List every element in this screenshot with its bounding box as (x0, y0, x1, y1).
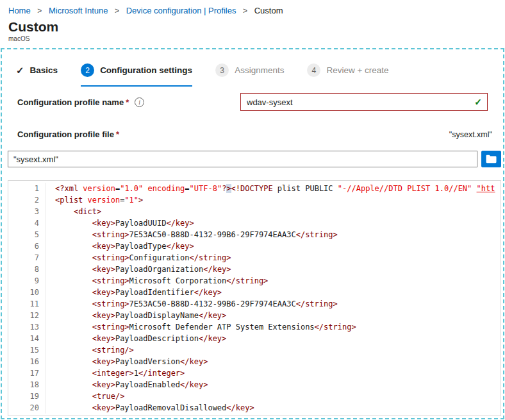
code-line: 20 <key>PayloadRemovalDisallowed</key> (8, 402, 501, 414)
code-line: 4 <key>PayloadUUID</key> (8, 217, 501, 229)
code-line: 13 <string>Microsoft Defender ATP System… (8, 321, 501, 333)
line-number: 12 (8, 310, 46, 321)
line-number: 20 (8, 402, 46, 414)
breadcrumb-item-microsoft-intune[interactable]: Microsoft Intune (49, 6, 108, 15)
profile-name-input[interactable] (240, 93, 488, 111)
file-path-input[interactable] (8, 151, 477, 167)
code-line: 1<?xml version="1.0" encoding="UTF-8"?><… (8, 183, 501, 194)
breadcrumb-item-device-configuration-profiles[interactable]: Device configuration | Profiles (126, 6, 236, 15)
line-number: 10 (8, 287, 46, 298)
code-line-text: <key>PayloadIdentifier</key> (46, 287, 222, 298)
code-line-text: <string>Configuration</string> (46, 252, 231, 264)
code-line-text: <key>PayloadUUID</key> (46, 217, 194, 229)
tab-review-create[interactable]: 4 Review + create (307, 63, 388, 87)
breadcrumb-separator-icon: > (115, 6, 119, 15)
profile-name-row: Configuration profile name * i ✓ (17, 93, 488, 111)
info-icon[interactable]: i (135, 97, 144, 107)
code-line-text: <integer>1</integer> (46, 367, 185, 379)
file-name-annotation: "sysext.xml" (449, 130, 492, 139)
line-number: 14 (8, 333, 46, 344)
code-line: 5 <string>7E53AC50-B88D-4132-99B6-29F797… (8, 229, 501, 240)
wizard-steps: ✓ Basics 2 Configuration settings 3 Assi… (2, 49, 503, 87)
line-number: 1 (8, 183, 46, 194)
profile-file-label-row: Configuration profile file * "sysext.xml… (17, 130, 492, 139)
profile-file-row (8, 151, 501, 167)
line-number: 15 (8, 344, 46, 356)
code-line-text: <true/> (46, 391, 124, 402)
profile-file-label-group: Configuration profile file * (17, 130, 119, 139)
code-line: 11 <string>7E53AC50-B88D-4132-99B6-29F79… (8, 298, 501, 310)
browse-file-button[interactable] (481, 151, 501, 167)
step-3-badge: 3 (215, 63, 229, 77)
line-number: 2 (8, 194, 46, 206)
required-asterisk: * (126, 97, 129, 107)
code-line: 6 <key>PayloadType</key> (8, 240, 501, 252)
code-line: 3 <dict> (8, 206, 501, 217)
breadcrumb-item-home[interactable]: Home (8, 6, 31, 15)
tab-configuration-settings[interactable]: 2 Configuration settings (81, 63, 192, 87)
line-number: 9 (8, 275, 46, 287)
code-line-text: <string>Microsoft Corporation</string> (46, 275, 268, 287)
breadcrumb: Home > Microsoft Intune > Device configu… (0, 0, 505, 15)
capture-region: ✓ Basics 2 Configuration settings 3 Assi… (1, 48, 504, 419)
tab-basics[interactable]: ✓ Basics (16, 63, 58, 87)
line-number: 8 (8, 264, 46, 275)
line-number: 18 (8, 379, 46, 391)
profile-name-label: Configuration profile name (17, 97, 124, 107)
code-line-text: <string>Microsoft Defender ATP System Ex… (46, 321, 356, 333)
code-line-text: <?xml version="1.0" encoding="UTF-8"?><!… (46, 183, 495, 194)
profile-file-label: Configuration profile file (17, 130, 114, 139)
code-line-text: <key>PayloadType</key> (46, 240, 194, 252)
tab-assignments[interactable]: 3 Assignments (215, 63, 284, 87)
tab-review-create-label: Review + create (326, 65, 388, 75)
tab-assignments-label: Assignments (235, 65, 284, 75)
code-line: 9 <string>Microsoft Corporation</string> (8, 275, 501, 287)
code-line: 16 <key>PayloadVersion</key> (8, 356, 501, 367)
line-number: 19 (8, 391, 46, 402)
tab-basics-label: Basics (30, 65, 58, 75)
xml-editor[interactable]: 1<?xml version="1.0" encoding="UTF-8"?><… (8, 180, 501, 416)
code-line-text: <string>7E53AC50-B88D-4132-99B6-29F7974E… (46, 298, 338, 310)
line-number: 13 (8, 321, 46, 333)
line-number: 7 (8, 252, 46, 264)
required-asterisk: * (116, 130, 119, 139)
code-line: 12 <key>PayloadDisplayName</key> (8, 310, 501, 321)
page-subtitle: macOS (8, 35, 505, 42)
code-lines: 1<?xml version="1.0" encoding="UTF-8"?><… (8, 183, 501, 414)
line-number: 17 (8, 367, 46, 379)
code-line-text: <key>PayloadVersion</key> (46, 356, 208, 367)
code-line-text: <key>PayloadOrganization</key> (46, 264, 231, 275)
profile-name-label-group: Configuration profile name * i (17, 97, 240, 107)
line-number: 16 (8, 356, 46, 367)
check-icon: ✓ (16, 63, 24, 77)
line-number: 11 (8, 298, 46, 310)
step-4-badge: 4 (307, 63, 320, 77)
breadcrumb-separator-icon: > (243, 6, 247, 15)
code-line-text: <key>PayloadRemovalDisallowed</key> (46, 402, 254, 414)
code-line-text: <string/> (46, 344, 134, 356)
tab-configuration-settings-label: Configuration settings (100, 65, 192, 75)
code-line: 14 <key>PayloadDescription</key> (8, 333, 501, 344)
code-line-text: <dict> (46, 206, 101, 217)
code-line-text: <key>PayloadDisplayName</key> (46, 310, 226, 321)
line-number: 3 (8, 206, 46, 217)
folder-icon (486, 155, 497, 164)
line-number: 4 (8, 217, 46, 229)
step-2-badge: 2 (81, 63, 94, 77)
code-line: 17 <integer>1</integer> (8, 367, 501, 379)
intune-custom-profile-page: Home > Microsoft Intune > Device configu… (0, 0, 505, 42)
code-line: 15 <string/> (8, 344, 501, 356)
code-line-text: <plist version="1"> (46, 194, 143, 206)
profile-name-input-wrap: ✓ (240, 93, 488, 111)
code-line: 10 <key>PayloadIdentifier</key> (8, 287, 501, 298)
code-line: 19 <true/> (8, 391, 501, 402)
code-line-text: <key>PayloadDescription</key> (46, 333, 226, 344)
page-title: Custom (8, 19, 505, 35)
code-line: 7 <string>Configuration</string> (8, 252, 501, 264)
code-line: 8 <key>PayloadOrganization</key> (8, 264, 501, 275)
line-number: 5 (8, 229, 46, 240)
code-line: 2<plist version="1"> (8, 194, 501, 206)
breadcrumb-separator-icon: > (37, 6, 42, 15)
code-line: 18 <key>PayloadEnabled</key> (8, 379, 501, 391)
breadcrumb-item-current: Custom (254, 6, 283, 15)
